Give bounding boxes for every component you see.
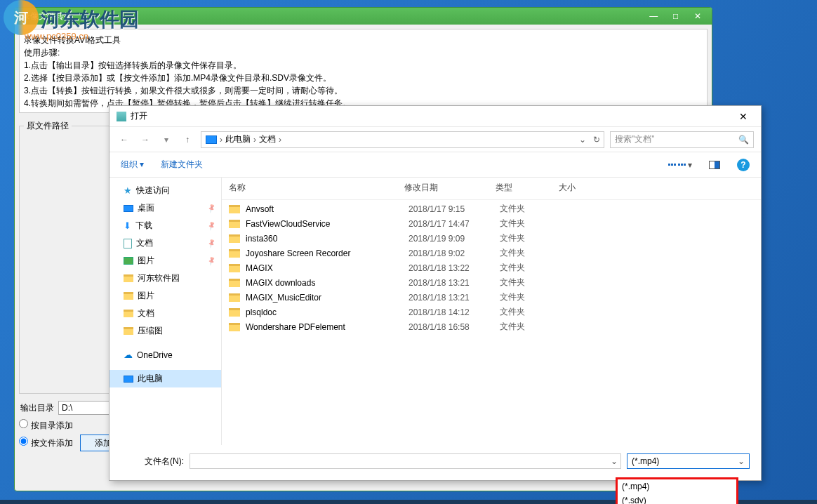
list-item[interactable]: MAGIX_MusicEditor2018/1/18 13:21文件夹 xyxy=(229,290,754,305)
tree-pictures2[interactable]: 图片 xyxy=(109,287,221,305)
file-type-selected: (*.mp4) xyxy=(632,456,659,466)
dialog-title: 打开 xyxy=(131,110,147,122)
dialog-titlebar[interactable]: 打开 ✕ xyxy=(109,106,761,127)
refresh-icon[interactable]: ↻ xyxy=(590,135,604,145)
file-name: FastViewCloudService xyxy=(246,219,408,229)
dialog-footer: 文件名(N): ⌄ (*.mp4) ⌄ (*.mp4)(*.sdv)All Me… xyxy=(109,445,761,480)
breadcrumb-dropdown-icon[interactable]: ⌄ xyxy=(576,135,590,145)
chevron-right-icon: › xyxy=(253,135,256,145)
chevron-down-icon: ⌄ xyxy=(738,456,745,466)
list-item[interactable]: Anvsoft2018/1/17 9:15文件夹 xyxy=(229,201,754,216)
file-date: 2018/1/18 14:12 xyxy=(408,307,500,317)
header-type[interactable]: 类型 xyxy=(496,182,559,194)
filename-input[interactable]: ⌄ xyxy=(190,453,621,469)
breadcrumb[interactable]: › 此电脑 › 文档 › xyxy=(201,131,576,148)
folder-icon xyxy=(229,293,240,302)
file-name: insta360 xyxy=(246,234,408,244)
list-item[interactable]: Wondershare PDFelement2018/1/18 16:58文件夹 xyxy=(229,319,754,334)
file-name: plsqldoc xyxy=(246,307,408,317)
file-date: 2018/1/18 9:02 xyxy=(408,248,500,258)
file-type: 文件夹 xyxy=(500,306,563,318)
file-type: 文件夹 xyxy=(500,321,563,333)
chevron-down-icon[interactable]: ⌄ xyxy=(611,456,618,466)
chevron-right-icon: › xyxy=(220,135,222,145)
list-item[interactable]: insta3602018/1/19 9:09文件夹 xyxy=(229,231,754,246)
folder-icon xyxy=(229,234,240,243)
file-type: 文件夹 xyxy=(500,291,563,303)
search-input[interactable]: 搜索"文档" 🔍 xyxy=(610,131,754,148)
file-type-option[interactable]: (*.mp4) xyxy=(618,479,736,493)
dialog-toolbar: 组织 ▾ 新建文件夹 ▾ ? xyxy=(109,152,761,178)
tree-quick-access[interactable]: ★快速访问 xyxy=(109,182,221,199)
file-type-dropdown[interactable]: (*.mp4)(*.sdv)All Media Files (*.mp4,*.s… xyxy=(616,477,738,504)
folder-icon xyxy=(124,310,133,317)
header-size[interactable]: 大小 xyxy=(559,182,615,194)
folder-icon xyxy=(229,264,240,272)
header-date[interactable]: 修改日期 xyxy=(404,182,496,194)
instr-step2: 2.选择【按目录添加】或【按文件添加】添加.MP4录像文件目录和.SDV录像文件… xyxy=(24,72,703,84)
file-list[interactable]: Anvsoft2018/1/17 9:15文件夹FastViewCloudSer… xyxy=(222,200,761,445)
folder-icon xyxy=(124,274,133,282)
tree-this-pc[interactable]: 此电脑 xyxy=(109,370,221,387)
download-icon: ⬇ xyxy=(124,220,131,231)
this-pc-icon xyxy=(206,135,217,144)
tree-onedrive[interactable]: ☁OneDrive xyxy=(109,347,221,363)
view-mode-button[interactable]: ▾ xyxy=(668,160,692,170)
file-type-option[interactable]: (*.sdv) xyxy=(618,493,736,504)
document-icon xyxy=(124,239,132,248)
file-date: 2018/1/19 9:09 xyxy=(408,234,500,244)
chevron-right-icon: › xyxy=(279,135,281,145)
nav-back-icon[interactable]: ← xyxy=(117,132,132,147)
file-name: Anvsoft xyxy=(246,204,408,214)
file-list-headers[interactable]: 名称 修改日期 类型 大小 xyxy=(222,178,761,200)
dialog-app-icon xyxy=(117,112,126,121)
file-type-combo[interactable]: (*.mp4) ⌄ xyxy=(627,453,750,469)
tree-documents[interactable]: 文档 xyxy=(109,234,221,252)
header-name[interactable]: 名称 xyxy=(229,182,404,194)
instr-step3: 3.点击【转换】按钮进行转换，如果文件很大或很多，则需要一定时间，请耐心等待。 xyxy=(24,84,703,97)
nav-up-icon[interactable]: ↑ xyxy=(180,132,195,147)
monitor-icon xyxy=(124,376,133,383)
list-item[interactable]: Joyoshare Screen Recorder2018/1/18 9:02文… xyxy=(229,246,754,260)
list-item[interactable]: plsqldoc2018/1/18 14:12文件夹 xyxy=(229,305,754,319)
tree-desktop[interactable]: 桌面 xyxy=(109,199,221,217)
list-item[interactable]: MAGIX downloads2018/1/18 13:21文件夹 xyxy=(229,275,754,290)
preview-pane-button[interactable] xyxy=(709,161,720,169)
close-icon[interactable]: ✕ xyxy=(688,11,708,21)
folder-icon xyxy=(229,308,240,317)
breadcrumb-root[interactable]: 此电脑 xyxy=(225,133,251,145)
tree-hedong[interactable]: 河东软件园 xyxy=(109,270,221,287)
list-item[interactable]: FastViewCloudService2018/1/17 14:47文件夹 xyxy=(229,216,754,231)
file-type: 文件夹 xyxy=(500,232,563,244)
organize-menu[interactable]: 组织 ▾ xyxy=(121,159,144,171)
folder-icon xyxy=(229,279,240,287)
tree-documents2[interactable]: 文档 xyxy=(109,305,221,322)
nav-tree[interactable]: ★快速访问 桌面 ⬇下载 文档 图片 河东软件园 图片 文档 压缩图 ☁OneD… xyxy=(109,178,222,445)
tree-compressed[interactable]: 压缩图 xyxy=(109,322,221,340)
help-icon[interactable]: ? xyxy=(737,159,750,171)
watermark-logo: 河 河东软件园 www.pc0359.cn xyxy=(4,0,139,41)
instr-steps-label: 使用步骤: xyxy=(24,46,703,59)
radio-by-file[interactable]: 按文件添加 xyxy=(19,437,73,449)
dialog-nav-bar: ← → ▾ ↑ › 此电脑 › 文档 › ⌄ ↻ 搜索"文档" 🔍 xyxy=(109,127,761,152)
nav-forward-icon[interactable]: → xyxy=(138,132,153,147)
radio-by-dir[interactable]: 按目录添加 xyxy=(19,419,73,432)
list-item[interactable]: MAGIX2018/1/18 13:22文件夹 xyxy=(229,260,754,275)
new-folder-button[interactable]: 新建文件夹 xyxy=(161,159,203,171)
tree-downloads[interactable]: ⬇下载 xyxy=(109,217,221,234)
file-name: Joyoshare Screen Recorder xyxy=(246,248,408,258)
dialog-close-icon[interactable]: ✕ xyxy=(733,111,754,122)
nav-history-dropdown-icon[interactable]: ▾ xyxy=(159,132,174,147)
breadcrumb-folder[interactable]: 文档 xyxy=(259,133,276,145)
folder-icon xyxy=(124,292,133,300)
tree-pictures[interactable]: 图片 xyxy=(109,252,221,270)
file-date: 2018/1/17 14:47 xyxy=(408,219,500,229)
open-file-dialog: 打开 ✕ ← → ▾ ↑ › 此电脑 › 文档 › ⌄ ↻ 搜索"文档" 🔍 组… xyxy=(109,105,762,481)
file-type: 文件夹 xyxy=(500,203,563,215)
file-date: 2018/1/17 9:15 xyxy=(408,204,500,214)
folder-icon xyxy=(229,323,240,331)
minimize-icon[interactable]: — xyxy=(644,11,663,21)
file-date: 2018/1/18 13:22 xyxy=(408,263,500,273)
source-path-legend: 原文件路径 xyxy=(24,120,72,132)
maximize-icon[interactable]: □ xyxy=(666,11,686,21)
